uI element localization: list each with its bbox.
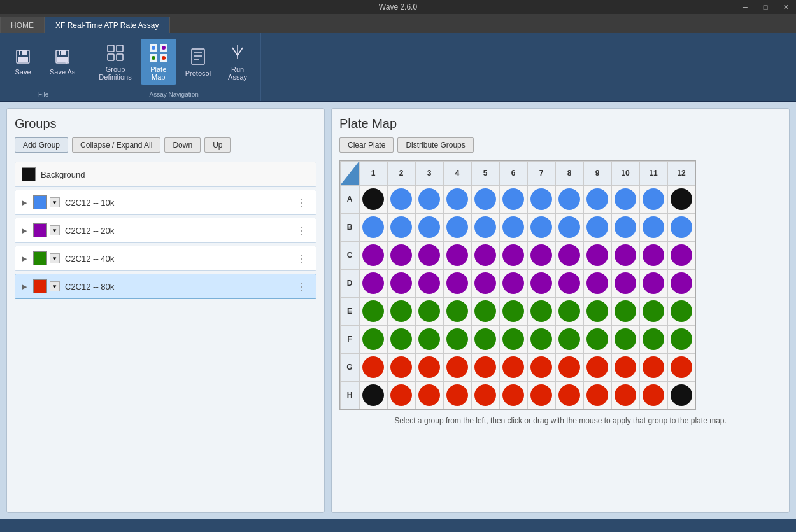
well-H2[interactable]	[387, 381, 415, 409]
well-B5[interactable]	[471, 213, 499, 241]
well-D9[interactable]	[583, 269, 611, 297]
chevron-10k[interactable]: ▶	[22, 199, 31, 207]
well-E12[interactable]	[667, 297, 695, 325]
well-F8[interactable]	[555, 325, 583, 353]
dropdown-40k[interactable]: ▼	[50, 253, 60, 263]
well-D1[interactable]	[359, 269, 387, 297]
well-H3[interactable]	[415, 381, 443, 409]
well-D7[interactable]	[527, 269, 555, 297]
well-C8[interactable]	[555, 241, 583, 269]
well-H6[interactable]	[499, 381, 527, 409]
color-btn-20k[interactable]	[33, 223, 47, 237]
well-G9[interactable]	[583, 353, 611, 381]
well-F4[interactable]	[443, 325, 471, 353]
well-B9[interactable]	[583, 213, 611, 241]
well-B12[interactable]	[667, 213, 695, 241]
well-B6[interactable]	[499, 213, 527, 241]
run-assay-button[interactable]: RunAssay	[220, 39, 255, 85]
well-E5[interactable]	[471, 297, 499, 325]
plate-map-button[interactable]: PlateMap	[141, 39, 176, 85]
well-C1[interactable]	[359, 241, 387, 269]
well-E2[interactable]	[387, 297, 415, 325]
well-E8[interactable]	[555, 297, 583, 325]
well-F12[interactable]	[667, 325, 695, 353]
group-c2c12-10k[interactable]: ▶ ▼ C2C12 -- 10k ⋮	[15, 190, 316, 215]
well-B2[interactable]	[387, 213, 415, 241]
well-F9[interactable]	[583, 325, 611, 353]
well-C2[interactable]	[387, 241, 415, 269]
well-F7[interactable]	[527, 325, 555, 353]
dropdown-10k[interactable]: ▼	[50, 197, 60, 207]
well-E9[interactable]	[583, 297, 611, 325]
well-H8[interactable]	[555, 381, 583, 409]
well-A7[interactable]	[527, 185, 555, 213]
well-E6[interactable]	[499, 297, 527, 325]
group-c2c12-40k[interactable]: ▶ ▼ C2C12 -- 40k ⋮	[15, 246, 316, 271]
group-dots-80k[interactable]: ⋮	[294, 281, 309, 293]
color-btn-40k[interactable]	[33, 251, 47, 265]
well-D2[interactable]	[387, 269, 415, 297]
clear-plate-button[interactable]: Clear Plate	[339, 137, 394, 153]
close-button[interactable]: ✕	[776, 0, 796, 14]
well-G6[interactable]	[499, 353, 527, 381]
well-A4[interactable]	[443, 185, 471, 213]
well-D11[interactable]	[639, 269, 667, 297]
well-F2[interactable]	[387, 325, 415, 353]
well-C12[interactable]	[667, 241, 695, 269]
well-D5[interactable]	[471, 269, 499, 297]
up-button[interactable]: Up	[204, 137, 231, 153]
well-D3[interactable]	[415, 269, 443, 297]
well-E7[interactable]	[527, 297, 555, 325]
well-A2[interactable]	[387, 185, 415, 213]
distribute-groups-button[interactable]: Distribute Groups	[397, 137, 473, 153]
well-B1[interactable]	[359, 213, 387, 241]
well-C11[interactable]	[639, 241, 667, 269]
well-A5[interactable]	[471, 185, 499, 213]
well-C4[interactable]	[443, 241, 471, 269]
well-G1[interactable]	[359, 353, 387, 381]
well-D12[interactable]	[667, 269, 695, 297]
well-E4[interactable]	[443, 297, 471, 325]
group-definitions-button[interactable]: GroupDefinitions	[92, 39, 138, 85]
well-C9[interactable]	[583, 241, 611, 269]
well-F6[interactable]	[499, 325, 527, 353]
well-F10[interactable]	[611, 325, 639, 353]
well-G11[interactable]	[639, 353, 667, 381]
well-A11[interactable]	[639, 185, 667, 213]
well-E3[interactable]	[415, 297, 443, 325]
well-E10[interactable]	[611, 297, 639, 325]
well-A1[interactable]	[359, 185, 387, 213]
well-H11[interactable]	[639, 381, 667, 409]
well-A8[interactable]	[555, 185, 583, 213]
down-button[interactable]: Down	[164, 137, 201, 153]
well-H1[interactable]	[359, 381, 387, 409]
well-E11[interactable]	[639, 297, 667, 325]
color-btn-10k[interactable]	[33, 195, 47, 209]
well-G7[interactable]	[527, 353, 555, 381]
group-background[interactable]: Background	[15, 162, 316, 187]
well-F11[interactable]	[639, 325, 667, 353]
group-dots-20k[interactable]: ⋮	[294, 225, 309, 237]
collapse-expand-button[interactable]: Collapse / Expand All	[72, 137, 160, 153]
well-H5[interactable]	[471, 381, 499, 409]
well-C6[interactable]	[499, 241, 527, 269]
color-btn-80k[interactable]	[33, 279, 47, 293]
well-C7[interactable]	[527, 241, 555, 269]
well-A10[interactable]	[611, 185, 639, 213]
tab-xf[interactable]: XF Real-Time ATP Rate Assay	[45, 17, 170, 33]
maximize-button[interactable]: □	[755, 0, 776, 14]
well-H9[interactable]	[583, 381, 611, 409]
well-H4[interactable]	[443, 381, 471, 409]
well-A12[interactable]	[667, 185, 695, 213]
save-button[interactable]: Save	[5, 44, 41, 80]
chevron-20k[interactable]: ▶	[22, 227, 31, 235]
well-G12[interactable]	[667, 353, 695, 381]
well-G2[interactable]	[387, 353, 415, 381]
well-A6[interactable]	[499, 185, 527, 213]
dropdown-20k[interactable]: ▼	[50, 225, 60, 235]
well-H7[interactable]	[527, 381, 555, 409]
group-dots-10k[interactable]: ⋮	[294, 197, 309, 209]
well-G3[interactable]	[415, 353, 443, 381]
add-group-button[interactable]: Add Group	[15, 137, 68, 153]
tab-home[interactable]: HOME	[0, 17, 45, 33]
